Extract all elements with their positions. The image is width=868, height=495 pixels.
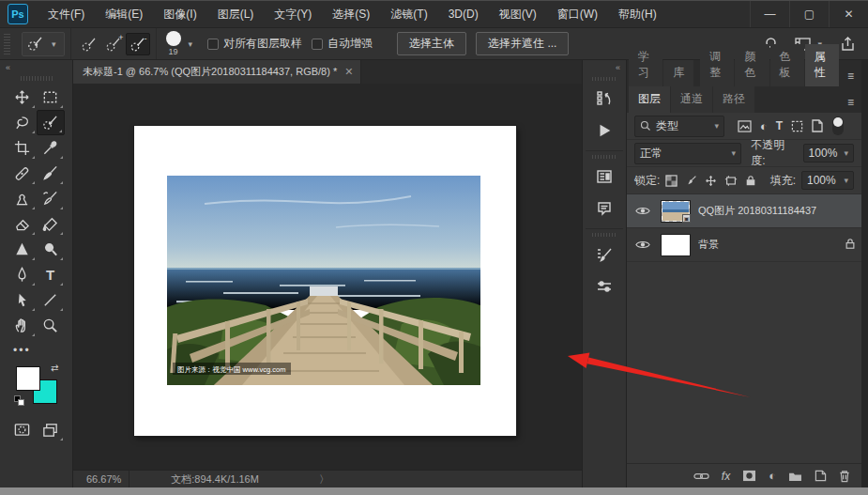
filter-shape-layers-icon[interactable] [791,120,803,132]
filter-type-layers-icon[interactable]: T [776,119,783,132]
menu-type[interactable]: 文字(Y) [264,1,322,27]
select-subject-button[interactable]: 选择主体 [397,32,466,55]
menu-select[interactable]: 选择(S) [322,1,380,27]
type-tool[interactable]: T [37,262,65,287]
subtract-from-selection-button[interactable]: - [126,33,150,55]
menu-file[interactable]: 文件(F) [38,1,95,27]
gradient-tool[interactable] [37,211,65,237]
actions-panel-icon[interactable] [588,116,620,145]
quick-mask-mode-button[interactable] [8,417,37,442]
spot-healing-brush-tool[interactable] [8,161,37,186]
brushes-panel-icon[interactable] [588,272,620,301]
photoshop-logo-icon[interactable]: Ps [8,4,28,24]
brush-settings-panel-icon[interactable] [588,240,620,269]
quick-selection-tool[interactable] [37,110,65,135]
layer-thumbnail[interactable]: ▣ [661,200,691,223]
info-panel-icon[interactable] [588,162,620,191]
delete-layer-button[interactable] [839,470,850,483]
history-panel-icon[interactable] [588,85,620,113]
tab-adjustments[interactable]: 调整 [700,44,734,86]
layer-style-button[interactable]: fx [722,470,730,483]
edit-toolbar-icon[interactable]: ••• [0,344,31,357]
opacity-dropdown[interactable]: 100% ▾ [803,144,854,162]
layer-mask-button[interactable] [742,470,756,482]
new-group-button[interactable] [788,471,802,482]
move-tool[interactable] [8,85,37,110]
layer-row-image[interactable]: ▣ QQ图片 20180311184437 [627,194,861,228]
brush-size-picker[interactable]: 19 [166,31,181,56]
tab-color[interactable]: 颜色 [735,44,769,86]
lock-position-icon[interactable] [705,175,717,187]
filter-smart-objects-icon[interactable] [812,119,823,132]
menu-edit[interactable]: 编辑(E) [95,1,153,27]
brush-tool[interactable] [37,161,65,186]
menu-layer[interactable]: 图层(L) [207,1,265,27]
tab-libraries[interactable]: 库 [663,60,693,86]
tab-paths[interactable]: 路径 [713,86,754,113]
layer-row-background[interactable]: 背景 [627,228,861,262]
layer-filter-toggle[interactable] [832,116,844,135]
pen-tool[interactable] [8,262,37,287]
layer-thumbnail[interactable] [661,234,691,256]
tab-close-icon[interactable]: ✕ [344,66,353,78]
lock-all-icon[interactable] [745,175,756,187]
fill-dropdown[interactable]: 100% ▾ [801,171,854,190]
canvas-area[interactable]: 图片来源：视觉中国 www.vcg.com [73,84,582,470]
default-colors-icon[interactable] [14,395,24,406]
path-selection-tool[interactable] [8,287,37,313]
dodge-tool[interactable] [37,237,65,262]
screen-mode-button[interactable] [37,417,65,442]
swap-colors-icon[interactable]: ⇄ [51,363,58,373]
lock-transparency-icon[interactable] [665,175,678,187]
collapse-tools-icon[interactable]: « [0,60,16,75]
menu-window[interactable]: 窗口(W) [547,1,608,27]
tab-channels[interactable]: 通道 [671,86,712,113]
panel-menu-icon[interactable]: ≡ [840,96,861,113]
tab-learn[interactable]: 学习 [629,44,662,86]
notes-panel-icon[interactable] [588,194,620,223]
foreground-color-swatch[interactable] [16,366,40,391]
status-expand-icon[interactable]: 〉 [319,472,329,487]
blur-tool[interactable] [8,237,37,262]
close-button[interactable]: ✕ [829,1,868,27]
tool-preset-picker[interactable]: ▾ [22,32,65,56]
eraser-tool[interactable] [8,211,37,237]
document-tab[interactable]: 未标题-1 @ 66.7% (QQ图片20180311184437, RGB/8… [73,60,361,84]
line-tool[interactable] [37,287,65,313]
new-layer-button[interactable] [815,470,827,482]
visibility-toggle[interactable] [632,240,653,250]
new-selection-button[interactable] [77,33,101,55]
history-brush-tool[interactable] [37,186,65,211]
crop-tool[interactable] [8,135,37,161]
adjustment-layer-button[interactable]: ◐ [769,469,776,483]
minimize-button[interactable]: — [750,1,789,27]
menu-view[interactable]: 视图(V) [489,1,547,27]
lock-pixels-icon[interactable] [685,175,697,187]
tab-swatches[interactable]: 色板 [770,44,804,86]
lock-artboard-icon[interactable] [724,175,738,187]
link-icon[interactable] [693,472,709,481]
rectangular-marquee-tool[interactable] [37,85,65,110]
share-icon[interactable] [841,37,855,52]
blend-mode-dropdown[interactable]: 正常 ▾ [634,143,741,164]
zoom-level-field[interactable]: 66.67% [79,471,129,487]
eyedropper-tool[interactable] [37,135,65,161]
clone-stamp-tool[interactable] [8,186,37,211]
visibility-toggle[interactable] [632,206,653,216]
menu-help[interactable]: 帮助(H) [608,1,667,27]
auto-enhance-checkbox[interactable] [312,39,323,50]
menu-3d[interactable]: 3D(D) [438,1,489,27]
hand-tool[interactable] [8,313,37,338]
maximize-button[interactable]: ▢ [789,1,829,27]
menu-image[interactable]: 图像(I) [153,1,206,27]
zoom-tool[interactable] [37,313,65,338]
add-to-selection-button[interactable]: + [101,33,126,55]
lasso-tool[interactable] [8,110,37,135]
expand-dock-icon[interactable]: « [610,60,626,73]
tab-layers[interactable]: 图层 [629,86,670,113]
panel-menu-icon[interactable]: ≡ [840,70,861,86]
sample-all-layers-checkbox[interactable] [207,39,219,50]
select-and-mask-button[interactable]: 选择并遮住 ... [476,32,569,55]
layer-filter-dropdown[interactable]: 类型 ▾ [634,116,724,137]
filter-pixel-layers-icon[interactable] [738,120,752,132]
